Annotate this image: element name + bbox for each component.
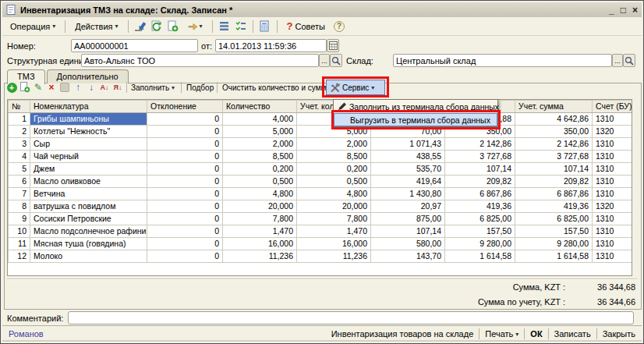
- cell-account[interactable]: 1310: [593, 188, 633, 200]
- comment-field[interactable]: [68, 311, 634, 324]
- cell-quantity[interactable]: 7,800: [223, 213, 297, 225]
- warehouse-open-button[interactable]: [623, 54, 635, 67]
- cell-account[interactable]: 1310: [593, 225, 633, 238]
- print-button[interactable]: Печать ▾: [485, 329, 518, 339]
- cell-account[interactable]: 1310: [593, 163, 633, 176]
- cell-account[interactable]: 1320: [593, 126, 633, 138]
- warehouse-field[interactable]: [393, 54, 612, 67]
- cell-price[interactable]: 875,00: [371, 213, 445, 225]
- ok-button[interactable]: ОК: [530, 329, 542, 339]
- cell-nomenclature[interactable]: Джем: [30, 163, 147, 176]
- number-field[interactable]: [71, 39, 198, 52]
- go-to-button[interactable]: ▾: [182, 18, 207, 34]
- cell-nomenclature[interactable]: Котлеты "Нежность": [30, 126, 147, 138]
- cell-quantity[interactable]: 4,800: [223, 188, 297, 200]
- cell-quantity[interactable]: 0,500: [223, 176, 297, 188]
- cell-nomenclature[interactable]: Грибы шампиньоны: [30, 113, 147, 126]
- cell-deviation[interactable]: 0: [147, 163, 223, 176]
- cell-deviation[interactable]: 0: [147, 126, 223, 138]
- cell-acc-quantity[interactable]: 4,800: [297, 188, 371, 200]
- cell-account[interactable]: 1310: [593, 113, 633, 126]
- close-form-button[interactable]: Закрыть: [603, 329, 635, 339]
- add-row-button[interactable]: +: [5, 81, 18, 94]
- cell-sum[interactable]: 6 867,86: [445, 188, 515, 200]
- cell-quantity[interactable]: 8,500: [223, 151, 297, 163]
- cell-acc-quantity[interactable]: 2,000: [297, 138, 371, 151]
- cell-nomenclature[interactable]: ватрушка с повидлом: [30, 200, 147, 213]
- cell-acc-sum[interactable]: 6 825,00: [515, 213, 593, 225]
- close-button[interactable]: ×: [632, 5, 638, 15]
- cell-deviation[interactable]: 0: [147, 200, 223, 213]
- copy-document-button[interactable]: [166, 20, 180, 34]
- col-header-account[interactable]: Счет (БУ): [593, 101, 633, 113]
- col-header-nomenclature[interactable]: Номенклатура: [30, 101, 147, 113]
- cell-account[interactable]: 1310: [593, 138, 633, 151]
- cell-acc-sum[interactable]: 1 614,58: [515, 250, 593, 263]
- service-menu-button[interactable]: Сервис ▾: [326, 80, 385, 95]
- cell-acc-sum[interactable]: 350,00: [515, 126, 593, 138]
- cell-deviation[interactable]: 0: [147, 113, 223, 126]
- cell-account[interactable]: 1310: [593, 151, 633, 163]
- actions-menu-button[interactable]: Действия ▾: [70, 20, 122, 34]
- table-row[interactable]: 11 Мясная туша (говядина) 0 16,000 16,00…: [9, 238, 633, 250]
- tips-button[interactable]: ? Советы: [282, 18, 330, 34]
- cell-acc-quantity[interactable]: 16,000: [297, 238, 371, 250]
- table-row[interactable]: 5 Джем 0 0,200 0,200 535,70 107,14 107,1…: [9, 163, 633, 176]
- cell-deviation[interactable]: 0: [147, 225, 223, 238]
- cell-sum[interactable]: 209,82: [445, 176, 515, 188]
- table-row[interactable]: 6 Масло оливковое 0 0,500 0,500 419,64 2…: [9, 176, 633, 188]
- cell-price[interactable]: 580,00: [371, 238, 445, 250]
- post-document-button[interactable]: [133, 20, 147, 34]
- cell-quantity[interactable]: 2,000: [223, 138, 297, 151]
- cell-acc-sum[interactable]: 157,50: [515, 225, 593, 238]
- cell-price[interactable]: 419,64: [371, 176, 445, 188]
- col-header-acc-sum[interactable]: Учет. сумма: [515, 101, 593, 113]
- cell-quantity[interactable]: 5,000: [223, 126, 297, 138]
- minimize-button[interactable]: _: [609, 5, 614, 15]
- cell-acc-quantity[interactable]: 7,800: [297, 213, 371, 225]
- cell-deviation[interactable]: 0: [147, 213, 223, 225]
- cell-deviation[interactable]: 0: [147, 151, 223, 163]
- cell-price[interactable]: 1 430,80: [371, 188, 445, 200]
- tmz-table[interactable]: № Номенклатура Отклонение Количество Уче…: [7, 99, 632, 276]
- cell-account[interactable]: 1320: [593, 200, 633, 213]
- cell-nomenclature[interactable]: Сосиски Петровские: [30, 213, 147, 225]
- structure-list-button[interactable]: [218, 20, 232, 34]
- cell-nomenclature[interactable]: Мясная туша (говядина): [30, 238, 147, 250]
- cell-quantity[interactable]: 1,470: [223, 225, 297, 238]
- clear-qty-sum-button[interactable]: Очистить количество и сумму: [222, 81, 331, 94]
- move-down-button[interactable]: ↓: [85, 81, 97, 94]
- cell-acc-sum[interactable]: 4 642,86: [515, 113, 593, 126]
- cell-acc-sum[interactable]: 3 727,68: [515, 151, 593, 163]
- cell-sum[interactable]: 1 614,58: [445, 250, 515, 263]
- cell-sum[interactable]: 107,14: [445, 163, 515, 176]
- cell-nomenclature[interactable]: Чай черный: [30, 151, 147, 163]
- cell-account[interactable]: 1310: [593, 250, 633, 263]
- cell-acc-quantity[interactable]: 11,236: [297, 250, 371, 263]
- cell-price[interactable]: 143,70: [371, 250, 445, 263]
- unit-select-button[interactable]: ...: [319, 54, 330, 67]
- operation-menu-button[interactable]: Операция ▾: [5, 20, 60, 34]
- cell-nomenclature[interactable]: Ветчина: [30, 188, 147, 200]
- list-settings-button[interactable]: [234, 20, 248, 34]
- cell-quantity[interactable]: 16,000: [223, 238, 297, 250]
- cell-price[interactable]: 107,14: [371, 225, 445, 238]
- cell-acc-sum[interactable]: 107,14: [515, 163, 593, 176]
- save-button[interactable]: Записать: [554, 329, 591, 339]
- sort-descending-button[interactable]: Я↓: [111, 81, 124, 94]
- cell-acc-quantity[interactable]: 1,470: [297, 225, 371, 238]
- date-calendar-button[interactable]: [327, 39, 339, 52]
- col-header-deviation[interactable]: Отклонение: [147, 101, 223, 113]
- col-header-quantity[interactable]: Количество: [223, 101, 297, 113]
- delete-row-button[interactable]: ×: [45, 81, 58, 94]
- table-row[interactable]: 8 ватрушка с повидлом 0 20,000 20,000 20…: [9, 200, 633, 213]
- cell-deviation[interactable]: 0: [147, 250, 223, 263]
- cell-sum[interactable]: 2 142,86: [445, 138, 515, 151]
- cell-acc-sum[interactable]: 419,36: [515, 200, 593, 213]
- table-row[interactable]: 4 Чай черный 0 8,500 8,500 438,55 3 727,…: [9, 151, 633, 163]
- edit-row-button[interactable]: ✎: [32, 81, 44, 94]
- table-row[interactable]: 7 Ветчина 0 4,800 4,800 1 430,80 6 867,8…: [9, 188, 633, 200]
- cell-deviation[interactable]: 0: [147, 188, 223, 200]
- table-row[interactable]: 9 Сосиски Петровские 0 7,800 7,800 875,0…: [9, 213, 633, 225]
- table-row[interactable]: 10 Масло подсолнечное рафиниро... 0 1,47…: [9, 225, 633, 238]
